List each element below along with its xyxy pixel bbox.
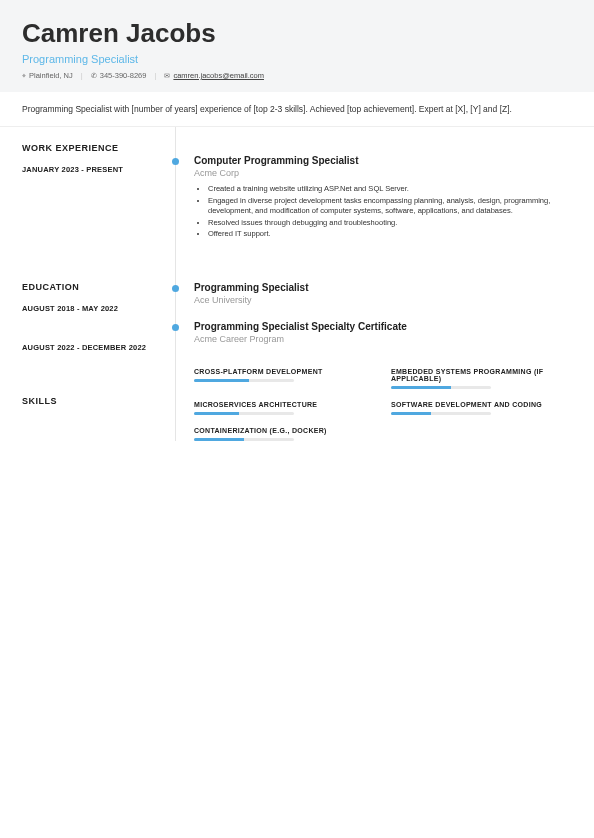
skill-bar: [391, 386, 491, 389]
skill-name: MICROSERVICES ARCHITECTURE: [194, 401, 375, 408]
education-entry: Programming Specialist Specialty Certifi…: [194, 321, 572, 344]
skill-item: CONTAINERIZATION (E.G., DOCKER): [194, 427, 375, 441]
work-date-0: JANUARY 2023 - PRESENT: [22, 165, 175, 174]
work-heading: WORK EXPERIENCE: [22, 143, 175, 153]
phone: ✆ 345-390-8269: [91, 71, 147, 80]
phone-text: 345-390-8269: [100, 71, 147, 80]
skill-bar: [194, 438, 294, 441]
bullet: Created a training website utilizing ASP…: [208, 184, 572, 195]
bullet: Engaged in diverse project development t…: [208, 196, 572, 217]
skill-name: SOFTWARE DEVELOPMENT AND CODING: [391, 401, 572, 408]
location-text: Plainfield, NJ: [29, 71, 73, 80]
bullet: Resolved issues through debugging and tr…: [208, 218, 572, 229]
timeline-dot: [172, 324, 179, 331]
candidate-title: Programming Specialist: [22, 53, 572, 65]
skill-bar: [391, 412, 491, 415]
skill-fill: [194, 412, 239, 415]
skill-item: SOFTWARE DEVELOPMENT AND CODING: [391, 401, 572, 415]
left-column: WORK EXPERIENCE JANUARY 2023 - PRESENT E…: [0, 127, 175, 441]
skill-fill: [391, 386, 451, 389]
education-entry: Programming Specialist Ace University: [194, 282, 572, 305]
email: ✉ camren.jacobs@email.com: [164, 71, 264, 80]
skill-item: CROSS-PLATFORM DEVELOPMENT: [194, 368, 375, 389]
mail-icon: ✉: [164, 72, 170, 80]
work-title-0: Computer Programming Specialist: [194, 155, 572, 166]
education-heading: EDUCATION: [22, 282, 175, 292]
timeline-dot: [172, 285, 179, 292]
bullet: Offered IT support.: [208, 229, 572, 240]
edu-date-1: AUGUST 2022 - DECEMBER 2022: [22, 343, 175, 352]
skill-fill: [194, 438, 244, 441]
skills-grid: CROSS-PLATFORM DEVELOPMENT EMBEDDED SYST…: [194, 368, 572, 441]
pin-icon: ⌖: [22, 72, 26, 80]
skill-bar: [194, 412, 294, 415]
right-column: Computer Programming Specialist Acme Cor…: [175, 127, 594, 441]
edu-title-0: Programming Specialist: [194, 282, 572, 293]
skill-item: EMBEDDED SYSTEMS PROGRAMMING (IF APPLICA…: [391, 368, 572, 389]
edu-school-1: Acme Career Program: [194, 334, 572, 344]
location: ⌖ Plainfield, NJ: [22, 71, 73, 80]
divider: |: [81, 71, 83, 80]
content: WORK EXPERIENCE JANUARY 2023 - PRESENT E…: [0, 127, 594, 441]
summary: Programming Specialist with [number of y…: [0, 92, 594, 127]
edu-school-0: Ace University: [194, 295, 572, 305]
header: Camren Jacobs Programming Specialist ⌖ P…: [0, 0, 594, 92]
divider: |: [154, 71, 156, 80]
skill-item: MICROSERVICES ARCHITECTURE: [194, 401, 375, 415]
skill-bar: [194, 379, 294, 382]
skill-name: CROSS-PLATFORM DEVELOPMENT: [194, 368, 375, 375]
skills-heading: SKILLS: [22, 396, 175, 406]
skill-name: EMBEDDED SYSTEMS PROGRAMMING (IF APPLICA…: [391, 368, 572, 382]
work-bullets-0: Created a training website utilizing ASP…: [194, 184, 572, 240]
timeline-dot: [172, 158, 179, 165]
skill-name: CONTAINERIZATION (E.G., DOCKER): [194, 427, 375, 434]
edu-date-0: AUGUST 2018 - MAY 2022: [22, 304, 175, 313]
skill-fill: [194, 379, 249, 382]
edu-title-1: Programming Specialist Specialty Certifi…: [194, 321, 572, 332]
email-link[interactable]: camren.jacobs@email.com: [173, 71, 264, 80]
work-company-0: Acme Corp: [194, 168, 572, 178]
contact-row: ⌖ Plainfield, NJ | ✆ 345-390-8269 | ✉ ca…: [22, 71, 572, 80]
skill-fill: [391, 412, 431, 415]
work-entry: Computer Programming Specialist Acme Cor…: [194, 155, 572, 240]
candidate-name: Camren Jacobs: [22, 18, 572, 49]
resume-page: Camren Jacobs Programming Specialist ⌖ P…: [0, 0, 594, 838]
phone-icon: ✆: [91, 72, 97, 80]
